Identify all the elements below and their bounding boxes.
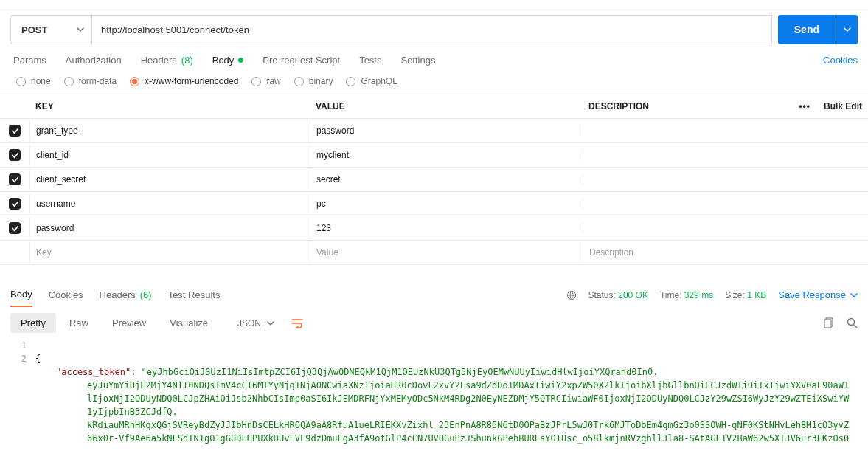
wrap-lines-icon[interactable] [291,318,304,328]
kv-key-cell[interactable]: client_id [29,145,310,165]
view-pretty-button[interactable]: Pretty [10,313,56,333]
more-options-icon[interactable]: ••• [796,101,813,111]
kv-desc-cell[interactable] [583,199,868,209]
kv-value-cell[interactable]: secret [310,169,583,190]
resp-tab-cookies[interactable]: Cookies [49,283,83,307]
kv-value-cell[interactable]: 123 [310,218,583,238]
body-type-xwww[interactable]: x-www-form-urlencoded [130,76,238,86]
resp-tab-headers[interactable]: Headers (6) [100,283,152,307]
radio-icon [251,77,261,86]
radio-icon [294,77,304,86]
kv-row: password 123 [0,216,868,241]
radio-icon [130,77,139,86]
kv-value-cell[interactable]: myclient [310,145,583,165]
kv-header-value: VALUE [310,94,583,118]
copy-icon[interactable] [824,317,835,328]
radio-icon [16,77,26,86]
body-type-none[interactable]: none [16,76,51,86]
status-label: Status: 200 OK [588,290,648,300]
time-value: 329 ms [684,290,713,300]
save-response-button[interactable]: Save Response [778,289,858,300]
body-active-dot-icon [238,58,243,63]
kv-row: client_secret secret [0,168,868,192]
kv-value-placeholder[interactable]: Value [310,242,583,263]
kv-desc-cell[interactable] [583,125,868,136]
view-preview-button[interactable]: Preview [102,313,156,333]
status-value: 200 OK [618,290,648,300]
row-checkbox[interactable] [9,125,21,137]
svg-line-4 [854,325,858,328]
row-checkbox[interactable] [9,222,21,234]
resp-tab-tests[interactable]: Test Results [168,283,221,307]
kv-key-placeholder[interactable]: Key [29,242,310,263]
kv-value-cell[interactable]: password [310,120,583,141]
tab-prerequest[interactable]: Pre-request Script [263,52,340,69]
http-method-value: POST [21,24,47,35]
bulk-edit-button[interactable]: Bulk Edit [824,101,862,111]
body-kv-table: KEY VALUE DESCRIPTION ••• Bulk Edit gran… [0,94,868,265]
kv-desc-placeholder[interactable]: Description [583,242,868,263]
kv-header-row: KEY VALUE DESCRIPTION ••• Bulk Edit [0,94,868,119]
svg-point-3 [848,319,855,326]
radio-icon [346,77,355,86]
tab-tests[interactable]: Tests [359,52,381,69]
view-visualize-button[interactable]: Visualize [159,313,218,333]
kv-key-cell[interactable]: username [29,193,310,214]
size-value: 1 KB [747,290,766,300]
tab-body[interactable]: Body [212,52,244,69]
headers-count-badge: (8) [181,55,193,66]
kv-desc-cell[interactable] [583,223,868,233]
resp-tab-body[interactable]: Body [10,283,32,307]
code-content: { "access_token": "eyJhbGciOiJSUzI1NiIsI… [35,339,868,451]
send-more-button[interactable] [836,15,858,44]
kv-row-new[interactable]: Key Value Description [0,241,868,265]
search-icon[interactable] [847,317,858,328]
url-input[interactable] [91,15,772,44]
kv-desc-cell[interactable] [583,174,868,185]
body-type-raw[interactable]: raw [251,76,280,86]
kv-key-cell[interactable]: client_secret [29,169,310,190]
kv-row: username pc [0,192,868,216]
response-body[interactable]: 12 { "access_token": "eyJhbGciOiJSUzI1Ni… [0,339,868,451]
row-checkbox[interactable] [9,198,21,210]
cookies-link[interactable]: Cookies [823,55,858,66]
size-label: Size: 1 KB [725,290,766,300]
tab-settings[interactable]: Settings [400,52,435,69]
kv-key-cell[interactable]: grant_type [29,120,310,141]
tab-authorization[interactable]: Authorization [66,52,122,69]
tab-params[interactable]: Params [13,52,46,69]
kv-key-cell[interactable]: password [29,218,310,238]
kv-row: client_id myclient [0,143,868,168]
body-type-binary[interactable]: binary [294,76,333,86]
body-type-graphql[interactable]: GraphQL [346,76,397,86]
chevron-down-icon [77,26,84,33]
radio-icon [64,77,74,86]
tab-headers[interactable]: Headers (8) [141,52,193,69]
view-raw-button[interactable]: Raw [59,313,99,333]
response-format-select[interactable]: JSON [230,314,282,333]
http-method-select[interactable]: POST [10,15,91,44]
body-type-formdata[interactable]: form-data [64,76,117,86]
kv-desc-cell[interactable] [583,150,868,160]
globe-icon[interactable] [566,290,577,300]
time-label: Time: 329 ms [660,290,713,300]
svg-rect-2 [824,320,831,328]
line-gutter: 12 [0,339,35,451]
kv-header-desc: DESCRIPTION [588,101,649,111]
kv-value-cell[interactable]: pc [310,193,583,214]
send-button[interactable]: Send [778,15,836,44]
kv-row: grant_type password [0,119,868,143]
row-checkbox[interactable] [9,149,21,161]
row-checkbox[interactable] [9,173,21,185]
kv-header-key: KEY [29,94,310,118]
resp-headers-count: (6) [140,289,152,300]
